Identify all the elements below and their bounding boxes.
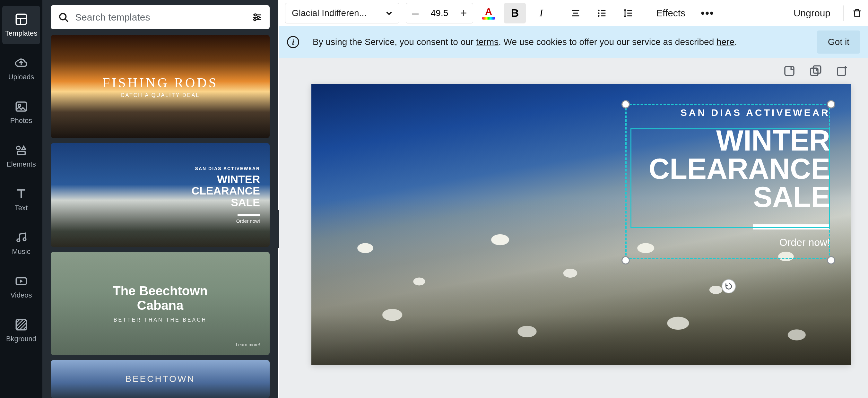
separator [643,5,643,21]
rail-label: Elements [6,160,36,169]
rail-templates[interactable]: Templates [2,6,40,44]
search-icon [58,11,69,23]
templates-panel: FISHING RODS CATCH A QUALITY DEAL SAN DI… [42,0,278,398]
add-page-icon[interactable] [835,64,849,78]
list-button[interactable] [591,3,613,24]
cookie-notice: i By using the Service, you consent to o… [279,26,868,58]
got-it-button[interactable]: Got it [817,30,860,54]
align-button[interactable] [565,3,587,24]
search-input[interactable] [75,12,245,23]
svg-line-12 [65,19,68,22]
notice-text: By using the Service, you consent to our… [313,37,737,47]
duplicate-page-icon[interactable] [809,64,823,78]
terms-link[interactable]: terms [476,37,498,47]
template-card[interactable]: SAN DIAS ACTIVEWEAR WINTER CLEARANCE SAL… [51,143,270,246]
ungroup-button[interactable]: Ungroup [784,8,839,19]
font-size-decrease[interactable]: – [406,3,425,23]
bold-button[interactable]: B [504,3,526,24]
text-color-a-icon: A [485,7,492,17]
template-subtitle: CATCH A QUALITY DEAL [121,92,200,98]
templates-icon [14,12,28,26]
font-size-increase[interactable]: + [454,3,473,23]
svg-rect-31 [785,66,794,75]
hatch-icon [14,318,28,332]
svg-point-18 [254,19,256,21]
spacing-icon [623,8,634,19]
separator [843,5,844,21]
element-selection-box [630,128,830,228]
spacing-button[interactable] [617,3,639,24]
chevron-down-icon [385,10,393,17]
svg-point-16 [254,14,256,16]
align-icon [570,8,581,19]
rail-text[interactable]: Text [2,180,40,219]
color-spectrum-icon [482,17,495,20]
template-divider [238,214,260,216]
video-icon [14,274,28,288]
resize-handle-se[interactable] [827,256,835,265]
rail-videos[interactable]: Videos [2,268,40,306]
font-size-input[interactable] [425,8,454,18]
svg-point-7 [17,239,20,242]
design-canvas[interactable]: SAN DIAS ACTIVEWEAR WINTER CLEARANCE SAL… [311,84,851,365]
rail-elements[interactable]: Elements [2,137,40,175]
resize-handle-nw[interactable] [621,100,630,109]
rotate-handle[interactable] [722,279,736,294]
text-icon [14,187,28,201]
template-list: FISHING RODS CATCH A QUALITY DEAL SAN DI… [51,35,270,398]
template-cta: Order now! [236,218,260,224]
rail-music[interactable]: Music [2,224,40,263]
rail-background[interactable]: Bkground [2,311,40,350]
text-color-button[interactable]: A [478,3,499,24]
shapes-icon [14,144,28,157]
font-size-group: – + [406,3,473,24]
resize-handle-ne[interactable] [827,100,835,109]
delete-button[interactable] [847,3,867,24]
template-card[interactable]: BEECHTOWN [51,360,270,398]
svg-point-8 [23,238,26,241]
rail-label: Templates [5,29,37,37]
svg-point-11 [60,13,66,20]
list-icon [596,8,607,19]
svg-point-22 [598,9,600,11]
rail-label: Photos [10,117,32,125]
notes-icon[interactable] [783,64,796,78]
separator [556,5,556,21]
page-tools [783,64,849,78]
resize-handle-sw[interactable] [621,256,630,265]
more-button[interactable]: ••• [694,7,721,19]
trash-icon [851,7,863,19]
template-title: FISHING RODS [102,75,218,91]
template-title: BEECHTOWN [125,374,195,384]
rail-label: Music [12,247,30,256]
template-card[interactable]: The Beechtown Cabana BETTER THAN THE BEA… [51,252,270,355]
template-card[interactable]: FISHING RODS CATCH A QUALITY DEAL [51,35,270,138]
svg-rect-6 [17,152,25,155]
rail-uploads[interactable]: Uploads [2,50,40,88]
text-toolbar: Glacial Indifferen... – + A B I Effects … [279,0,868,26]
template-link: Learn more! [236,342,260,347]
music-icon [14,231,28,244]
search-bar [51,5,270,29]
sliders-icon[interactable] [251,11,262,23]
rail-photos[interactable]: Photos [2,93,40,131]
svg-point-5 [17,146,20,150]
canvas-area: SAN DIAS ACTIVEWEAR WINTER CLEARANCE SAL… [279,58,868,398]
info-icon: i [287,36,299,48]
effects-button[interactable]: Effects [647,3,694,24]
font-selector[interactable]: Glacial Indifferen... [285,3,399,24]
svg-point-17 [257,16,259,18]
rail-label: Text [15,204,28,212]
template-brand: SAN DIAS ACTIVEWEAR [195,166,260,171]
italic-button[interactable]: I [530,3,552,24]
here-link[interactable]: here [716,37,735,47]
font-name: Glacial Indifferen... [292,8,367,18]
rail-label: Uploads [8,73,34,81]
svg-point-24 [598,15,600,17]
rail-label: Videos [10,291,32,300]
svg-point-4 [18,104,21,106]
side-rail: Templates Uploads Photos Elements Text M… [0,0,42,398]
template-title: The Beechtown Cabana [113,284,208,313]
cloud-upload-icon [14,56,28,70]
template-headline: WINTER CLEARANCE SALE [192,174,260,208]
